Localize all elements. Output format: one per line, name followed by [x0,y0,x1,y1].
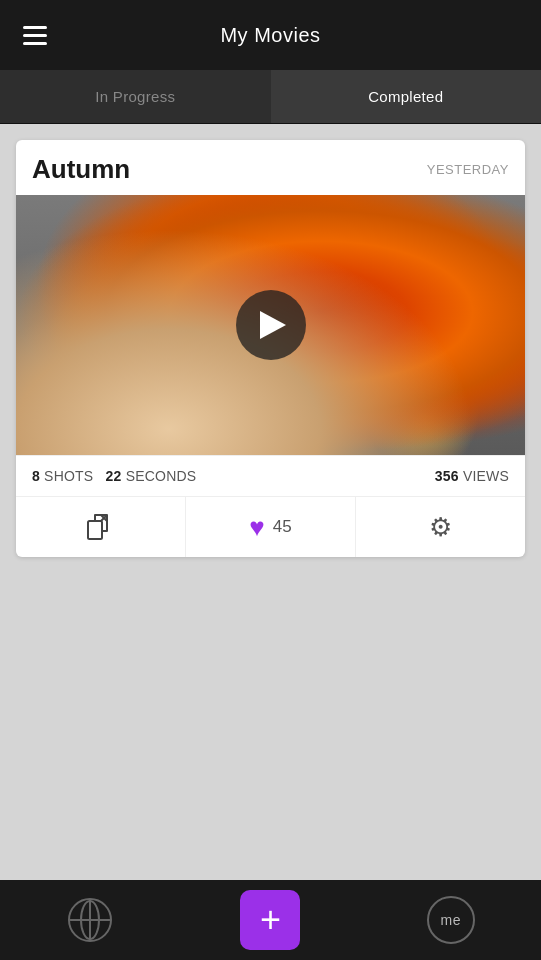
play-icon [260,311,286,339]
svg-rect-0 [88,521,102,539]
shots-count: 8 [32,468,40,484]
gear-icon: ⚙ [429,512,452,543]
tab-completed[interactable]: Completed [271,70,542,123]
app-title: My Movies [220,24,320,47]
card-header: Autumn YESTERDAY [16,140,525,195]
likes-button[interactable]: ♥ 45 [186,497,356,557]
tab-bar: In Progress Completed [0,70,541,124]
action-row: ♥ 45 ⚙ [16,496,525,557]
heart-icon: ♥ [249,514,264,540]
me-icon: me [427,896,475,944]
share-button[interactable] [16,497,186,557]
views-stats: 356 VIEWS [435,468,509,484]
seconds-count: 22 [106,468,122,484]
globe-icon [68,898,112,942]
settings-button[interactable]: ⚙ [356,497,525,557]
content-area: Autumn YESTERDAY 8 SHOTS 22 SECONDS 356 … [0,124,541,880]
views-label: VIEWS [463,468,509,484]
me-button[interactable]: me [421,890,481,950]
likes-container: ♥ 45 [249,514,291,540]
app-header: My Movies [0,0,541,70]
add-icon: + [260,902,281,938]
bottom-nav: + me [0,880,541,960]
globe-nav-button[interactable] [60,890,120,950]
play-button[interactable] [236,290,306,360]
stats-row: 8 SHOTS 22 SECONDS 356 VIEWS [16,455,525,496]
movie-thumbnail[interactable] [16,195,525,455]
movie-title: Autumn [32,154,130,185]
movie-card: Autumn YESTERDAY 8 SHOTS 22 SECONDS 356 … [16,140,525,557]
menu-button[interactable] [0,0,70,70]
seconds-label: SECONDS [126,468,197,484]
hamburger-icon [23,26,47,45]
globe-arc [80,900,100,940]
shots-label: SHOTS [44,468,93,484]
share-icon [87,513,115,541]
add-button[interactable]: + [240,890,300,950]
movie-date: YESTERDAY [427,162,509,177]
tab-in-progress[interactable]: In Progress [0,70,271,123]
likes-count: 45 [273,517,292,537]
shots-stats: 8 SHOTS 22 SECONDS [32,468,196,484]
views-count: 356 [435,468,459,484]
